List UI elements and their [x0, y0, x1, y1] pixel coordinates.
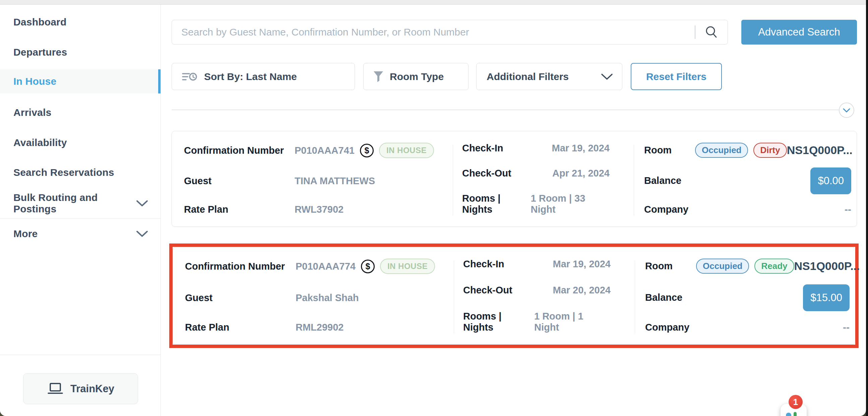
room-label: Room [645, 261, 692, 271]
sort-by-dropdown[interactable]: Sort By: Last Name [172, 63, 355, 90]
sidebar-item-label: Search Reservations [13, 167, 114, 178]
rooms-nights-value: 1 Room | 1 Night [534, 311, 611, 333]
guest-label: Guest [184, 175, 294, 187]
background-window-edge [866, 0, 868, 416]
check-in-value: Mar 19, 2024 [552, 143, 610, 154]
rooms-nights-label: Rooms | Nights [462, 193, 531, 215]
rooms-nights-label: Rooms | Nights [463, 311, 534, 333]
sidebar-bottom-panel: TrainKey [0, 355, 160, 416]
reset-filters-button[interactable]: Reset Filters [631, 63, 722, 90]
confirmation-label: Confirmation Number [184, 145, 294, 156]
guest-value: Pakshal Shah [296, 292, 359, 303]
sidebar-item-in-house[interactable]: In House [0, 69, 160, 93]
card-guest-column: Confirmation Number P010AAA774 $ IN HOUS… [185, 259, 446, 333]
room-type-filter[interactable]: Room Type [363, 63, 468, 90]
rate-plan-value: RWL37902 [294, 204, 343, 215]
guest-label: Guest [185, 292, 296, 303]
reset-filters-label: Reset Filters [646, 71, 707, 83]
room-number: NS1Q000P... [794, 260, 860, 273]
balance-label: Balance [645, 292, 682, 303]
room-type-label: Room Type [390, 71, 444, 83]
check-out-value: Mar 20, 2024 [553, 285, 611, 296]
sidebar-item-label: More [13, 228, 37, 239]
rooms-nights-value: 1 Room | 33 Night [531, 193, 610, 215]
browser-top-strip [0, 0, 866, 5]
check-out-label: Check-Out [463, 285, 513, 296]
balance-label: Balance [644, 175, 681, 186]
card-column-divider [634, 145, 634, 216]
search-submit[interactable] [704, 20, 727, 44]
room-label: Room [644, 145, 691, 156]
trainkey-button[interactable]: TrainKey [23, 373, 138, 404]
results-divider [172, 109, 839, 110]
guest-value: TINA MATTHEWS [294, 175, 375, 187]
trainkey-label: TrainKey [70, 383, 114, 395]
advanced-search-button[interactable]: Advanced Search [741, 20, 857, 44]
status-badge: IN HOUSE [380, 259, 435, 274]
room-status-pill: Occupied [696, 259, 749, 274]
check-out-label: Check-Out [462, 168, 512, 179]
sidebar-item-label: In House [13, 76, 56, 87]
company-label: Company [645, 322, 689, 333]
additional-filters-label: Additional Filters [487, 71, 569, 83]
check-out-value: Apr 21, 2024 [552, 168, 610, 179]
collapse-toggle-button[interactable] [839, 102, 854, 118]
company-value: -- [844, 204, 851, 215]
rate-plan-value: RML29902 [296, 322, 343, 333]
funnel-icon [373, 71, 384, 83]
check-in-label: Check-In [463, 259, 504, 269]
status-badge: IN HOUSE [379, 143, 434, 158]
chevron-down-icon [842, 108, 850, 113]
sidebar-item-label: Dashboard [13, 17, 67, 28]
sidebar-divider [0, 218, 160, 219]
sidebar-item-dashboard[interactable]: Dashboard [0, 11, 160, 33]
chevron-down-icon [136, 230, 149, 237]
card-guest-column: Confirmation Number P010AAA741 $ IN HOUS… [184, 143, 445, 215]
highlight-annotation-frame: Confirmation Number P010AAA774 $ IN HOUS… [169, 244, 859, 348]
reservation-card[interactable]: Confirmation Number P010AAA774 $ IN HOUS… [173, 247, 855, 345]
sidebar-item-label: Arrivals [13, 107, 51, 118]
notification-badge: 1 [788, 395, 803, 409]
active-indicator-bar [158, 69, 160, 93]
card-column-divider [635, 261, 635, 333]
chevron-down-icon [600, 73, 613, 81]
reservation-card[interactable]: Confirmation Number P010AAA741 $ IN HOUS… [172, 131, 857, 227]
rate-plan-label: Rate Plan [185, 322, 296, 333]
confirmation-label: Confirmation Number [185, 261, 296, 272]
additional-filters-dropdown[interactable]: Additional Filters [476, 63, 622, 90]
card-column-divider [453, 145, 453, 216]
chevron-down-icon [136, 200, 149, 207]
sidebar-item-availability[interactable]: Availability [0, 132, 160, 153]
app-window: Dashboard Departures In House Arrivals A… [0, 0, 866, 416]
sidebar: Dashboard Departures In House Arrivals A… [0, 5, 161, 416]
sidebar-item-more[interactable]: More [0, 223, 160, 245]
card-column-divider [454, 261, 454, 333]
sidebar-item-label: Departures [13, 46, 67, 58]
balance-button[interactable]: $0.00 [810, 167, 851, 194]
sidebar-item-label: Bulk Routing and Postings [13, 192, 136, 215]
sort-by-label: Sort By: Last Name [204, 71, 297, 83]
folio-dollar-icon[interactable]: $ [361, 260, 375, 273]
check-in-value: Mar 19, 2024 [553, 259, 611, 269]
balance-button[interactable]: $15.00 [803, 284, 849, 311]
search-icon [704, 25, 719, 39]
sidebar-item-label: Availability [13, 137, 67, 149]
room-number: NS1Q000P... [787, 144, 852, 157]
sidebar-item-departures[interactable]: Departures [0, 41, 160, 63]
rate-plan-label: Rate Plan [184, 204, 294, 215]
card-room-column: Room Occupied Dirty NS1Q000P... Balance … [644, 143, 851, 215]
sidebar-item-search-reservations[interactable]: Search Reservations [0, 162, 160, 183]
card-dates-column: Check-In Mar 19, 2024 Check-Out Apr 21, … [462, 143, 610, 215]
company-label: Company [644, 204, 688, 215]
laptop-icon [47, 382, 64, 395]
confirmation-value: P010AAA741 [294, 145, 354, 156]
search-input[interactable] [172, 27, 695, 38]
confirmation-value: P010AAA774 [296, 261, 355, 272]
room-status-pill: Occupied [695, 143, 748, 158]
folio-dollar-icon[interactable]: $ [360, 144, 374, 157]
card-dates-column: Check-In Mar 19, 2024 Check-Out Mar 20, … [463, 259, 611, 333]
search-input-divider [695, 26, 695, 39]
sidebar-item-bulk-routing[interactable]: Bulk Routing and Postings [0, 193, 160, 214]
search-bar [172, 20, 728, 44]
sidebar-item-arrivals[interactable]: Arrivals [0, 102, 160, 123]
